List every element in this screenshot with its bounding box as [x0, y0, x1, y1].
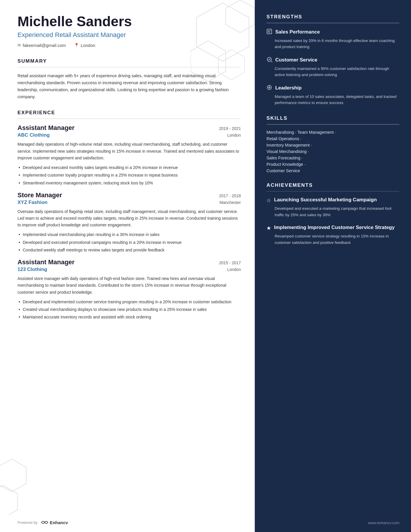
job-company-3: 123 Clothing — [17, 267, 47, 272]
job-title-2: Store Manager — [17, 191, 62, 199]
email-text: fakeemail@gmail.com — [23, 43, 66, 48]
strength-item-1: Sales Performance Increased sales by 20%… — [266, 29, 399, 50]
job-bullets-1: Developed and executed monthly sales tar… — [17, 164, 241, 186]
job-dates-2: 2017 - 2018 — [219, 193, 241, 198]
left-panel: Michelle Sanders Experienced Retail Assi… — [0, 0, 255, 532]
job-desc-1: Managed daily operations of high-volume … — [17, 141, 241, 161]
skill-row-5: Sales Forecasting · — [266, 156, 399, 160]
job-location-2: Manchester — [219, 200, 241, 205]
bullet-1-2: Implemented customer loyalty program res… — [17, 172, 241, 178]
job-company-1: ABC Clothing — [17, 132, 50, 138]
strength-header-1: Sales Performance — [266, 29, 399, 36]
job-bullets-3: Developed and implemented customer servi… — [17, 299, 241, 320]
email-contact: ✉ fakeemail@gmail.com — [17, 43, 66, 48]
job-desc-3: Assisted store manager with daily operat… — [17, 275, 241, 295]
achievement-desc-1: Developed and executed a marketing campa… — [266, 205, 399, 218]
candidate-name: Michelle Sanders — [17, 14, 241, 29]
skill-row-4: Visual Merchandising · — [266, 149, 399, 154]
achievement-header-2: ★ Implementing Improved Customer Service… — [266, 224, 399, 231]
summary-title: SUMMARY — [17, 58, 241, 64]
summary-section: SUMMARY Retail assistant manager with 5+… — [17, 58, 241, 101]
job-bullets-2: Implemented visual merchandising plan re… — [17, 231, 241, 253]
summary-text: Retail assistant manager with 5+ years o… — [17, 73, 241, 101]
location-contact: 📍 London — [74, 43, 95, 48]
strength-name-2: Customer Service — [275, 57, 317, 63]
strength-desc-2: Consistently maintained a 95% customer s… — [266, 66, 399, 78]
strength-item-2: Customer Service Consistently maintained… — [266, 57, 399, 78]
strength-name-3: Leadership — [275, 85, 302, 91]
strength-desc-1: Increased sales by 20% in 6 months throu… — [266, 38, 399, 50]
powered-by-label: Powered by — [17, 520, 38, 525]
skill-row-3: Inventory Management · — [266, 143, 399, 147]
strength-name-1: Sales Performance — [275, 29, 320, 35]
job-sub-1: ABC Clothing London — [17, 132, 241, 138]
svg-marker-4 — [0, 459, 26, 492]
achievement-icon-1: ☆ — [266, 197, 271, 204]
bullet-3-3: Maintained accurate inventory records an… — [17, 314, 241, 320]
job-desc-2: Oversaw daily operations of flagship ret… — [17, 208, 241, 228]
achievement-name-2: Implementing Improved Customer Service S… — [274, 224, 395, 231]
job-header-2: Store Manager 2017 - 2018 — [17, 191, 241, 199]
skill-row-1: Merchandising · Team Management · — [266, 130, 399, 135]
skill-row-7: Customer Service — [266, 168, 399, 173]
skill-row-2: Retail Operations · — [266, 136, 399, 141]
enhancv-logo-icon — [41, 520, 49, 525]
bullet-1-1: Developed and executed monthly sales tar… — [17, 164, 241, 171]
hex-decoration-bottom — [0, 456, 29, 515]
experience-divider — [17, 119, 241, 119]
right-footer-url: www.enhancv.com — [368, 521, 399, 525]
skills-divider — [266, 124, 399, 125]
experience-title: EXPERIENCE — [17, 110, 241, 116]
location-icon: 📍 — [74, 43, 79, 47]
job-entry-2: Store Manager 2017 - 2018 XYZ Fashion Ma… — [17, 191, 241, 253]
left-footer: Powered by Enhancv — [17, 514, 68, 525]
bullet-2-3: Conducted weekly staff meetings to revie… — [17, 247, 241, 253]
strengths-divider — [266, 23, 399, 23]
strength-item-3: Leadership Managed a team of 10 sales as… — [266, 84, 399, 106]
job-location-3: London — [227, 267, 241, 272]
job-title-1: Assistant Manager — [17, 124, 75, 132]
summary-divider — [17, 67, 241, 68]
job-entry-3: Assistant Manager 2015 - 2017 123 Clothi… — [17, 258, 241, 320]
achievement-desc-2: Revamped customer service strategy resul… — [266, 233, 399, 246]
job-location-1: London — [227, 133, 241, 138]
job-sub-2: XYZ Fashion Manchester — [17, 200, 241, 205]
strengths-title: STRENGTHS — [266, 14, 399, 20]
svg-marker-5 — [0, 485, 17, 515]
experience-section: EXPERIENCE Assistant Manager 2019 - 2021… — [17, 110, 241, 320]
job-dates-1: 2019 - 2021 — [219, 126, 241, 131]
achievements-title: ACHIEVEMENTS — [266, 182, 399, 188]
job-company-2: XYZ Fashion — [17, 200, 48, 205]
strength-header-3: Leadership — [266, 84, 399, 92]
right-panel: STRENGTHS Sales Performance Increa — [255, 0, 411, 532]
achievements-divider — [266, 191, 399, 192]
achievement-header-1: ☆ Launching Successful Marketing Campaig… — [266, 197, 399, 204]
enhancv-brand-text: Enhancv — [50, 520, 68, 525]
skill-row-6: Product Knowledge · — [266, 162, 399, 167]
job-entry-1: Assistant Manager 2019 - 2021 ABC Clothi… — [17, 124, 241, 186]
strength-header-2: Customer Service — [266, 57, 399, 64]
bullet-2-1: Implemented visual merchandising plan re… — [17, 231, 241, 238]
skills-section: SKILLS Merchandising · Team Management ·… — [266, 115, 399, 173]
achievements-section: ACHIEVEMENTS ☆ Launching Successful Mark… — [266, 182, 399, 246]
bullet-3-2: Created visual merchandising displays to… — [17, 306, 241, 313]
candidate-title: Experienced Retail Assistant Manager — [17, 31, 241, 39]
achievement-item-2: ★ Implementing Improved Customer Service… — [266, 224, 399, 246]
bullet-2-2: Developed and executed promotional campa… — [17, 239, 241, 246]
achievement-item-1: ☆ Launching Successful Marketing Campaig… — [266, 197, 399, 218]
skills-list: Merchandising · Team Management · Retail… — [266, 130, 399, 173]
location-text: London — [81, 43, 95, 48]
job-sub-3: 123 Clothing London — [17, 267, 241, 272]
bullet-3-1: Developed and implemented customer servi… — [17, 299, 241, 305]
strength-desc-3: Managed a team of 10 sales associates, d… — [266, 94, 399, 106]
job-header-1: Assistant Manager 2019 - 2021 — [17, 124, 241, 132]
strengths-section: STRENGTHS Sales Performance Increa — [266, 14, 399, 106]
job-title-3: Assistant Manager — [17, 258, 75, 266]
contact-info: ✉ fakeemail@gmail.com 📍 London — [17, 43, 241, 48]
strength-icon-1 — [266, 29, 272, 36]
enhancv-brand: Enhancv — [41, 520, 68, 525]
svg-line-11 — [271, 61, 272, 62]
strength-icon-3 — [266, 84, 272, 92]
job-dates-3: 2015 - 2017 — [219, 260, 241, 265]
job-header-3: Assistant Manager 2015 - 2017 — [17, 258, 241, 266]
